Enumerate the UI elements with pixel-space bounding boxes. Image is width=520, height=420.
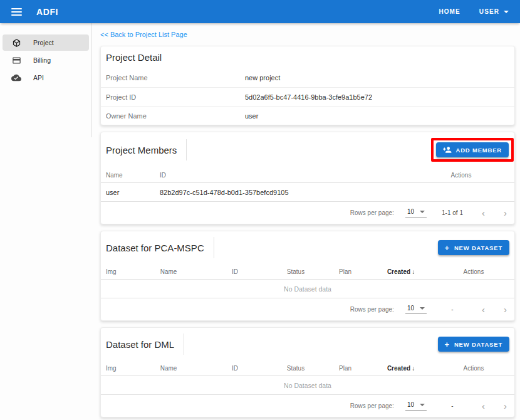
- sidebar-item-label: API: [33, 74, 44, 81]
- detail-label: Owner Name: [101, 112, 245, 120]
- card-title: Project Members: [106, 145, 177, 155]
- title-divider: [214, 237, 214, 258]
- rows-per-page-label: Rows per page:: [350, 209, 394, 216]
- project-members-header: Project Members ADD MEMBER: [101, 132, 514, 167]
- app-window: ADFI HOME USER Project Billing API: [0, 0, 520, 420]
- page-range: 1-1 of 1: [442, 209, 463, 216]
- card-title: Dataset for PCA-MSPC: [106, 243, 204, 253]
- member-row[interactable]: user 82b2d97c-c51d-478d-b0d1-357befcd910…: [101, 183, 514, 202]
- column-header-created[interactable]: Created↓: [369, 365, 433, 372]
- plus-icon: +: [445, 340, 450, 349]
- column-header-status[interactable]: Status: [270, 268, 321, 275]
- user-menu-label: USER: [479, 8, 499, 15]
- sort-desc-icon: ↓: [412, 365, 415, 372]
- sidebar-item-label: Project: [33, 39, 54, 46]
- detail-row-owner-name: Owner Name user: [101, 106, 514, 125]
- column-header-name[interactable]: Name: [137, 268, 200, 275]
- column-header-created[interactable]: Created↓: [369, 268, 433, 275]
- column-header-name[interactable]: Name: [137, 365, 200, 372]
- rows-per-page-label: Rows per page:: [350, 402, 394, 409]
- column-header-plan[interactable]: Plan: [321, 268, 369, 275]
- column-header-id[interactable]: ID: [160, 172, 408, 179]
- plus-icon: +: [445, 244, 450, 252]
- highlight-box: ADD MEMBER: [431, 138, 514, 162]
- caret-down-icon: [420, 404, 425, 406]
- project-detail-card: Project Detail Project Name new project …: [100, 46, 515, 125]
- rows-per-page-value: 10: [407, 401, 414, 408]
- next-page-button[interactable]: ›: [504, 208, 507, 218]
- title-divider: [184, 333, 184, 355]
- detail-row-project-name: Project Name new project: [101, 68, 514, 87]
- caret-down-icon: [420, 307, 425, 310]
- column-header-id[interactable]: ID: [200, 268, 270, 275]
- detail-label: Project Name: [101, 74, 245, 81]
- sidebar-item-label: Billing: [33, 56, 51, 64]
- rows-per-page-select[interactable]: 10: [405, 401, 427, 411]
- column-header-plan[interactable]: Plan: [321, 365, 369, 372]
- sidebar-divider: [91, 23, 92, 137]
- next-page-button[interactable]: ›: [504, 305, 507, 314]
- new-dataset-button[interactable]: + NEW DATASET: [438, 337, 509, 352]
- project-members-card: Project Members ADD MEMBER Name ID Actio…: [100, 132, 515, 224]
- dataset-pca-mspc-header: Dataset for PCA-MSPC + NEW DATASET: [101, 231, 514, 264]
- members-pagination: Rows per page: 10 1-1 of 1 ‹ ›: [101, 202, 514, 224]
- prev-page-button[interactable]: ‹: [482, 208, 485, 218]
- sidebar-item-project[interactable]: Project: [3, 34, 89, 51]
- detail-value: user: [245, 112, 258, 120]
- caret-down-icon: [420, 211, 425, 213]
- add-member-label: ADD MEMBER: [456, 147, 502, 154]
- column-header-img[interactable]: Img: [101, 268, 137, 275]
- page-range: -: [442, 402, 463, 409]
- column-header-actions: Actions: [433, 365, 514, 372]
- members-table-header: Name ID Actions: [101, 167, 514, 183]
- project-detail-header: Project Detail: [101, 46, 514, 68]
- detail-value: new project: [245, 74, 280, 81]
- detail-label: Project ID: [101, 93, 245, 101]
- add-member-button[interactable]: ADD MEMBER: [436, 142, 509, 157]
- rows-per-page-value: 10: [407, 208, 414, 215]
- new-dataset-label: NEW DATASET: [454, 341, 502, 348]
- sidebar-item-api[interactable]: API: [3, 70, 89, 86]
- cube-icon: [11, 38, 21, 48]
- column-header-id[interactable]: ID: [200, 365, 270, 372]
- dataset-pca-mspc-card: Dataset for PCA-MSPC + NEW DATASET Img N…: [100, 231, 515, 321]
- next-page-button[interactable]: ›: [504, 401, 507, 411]
- title-divider: [186, 139, 187, 160]
- dataset-table-header: Img Name ID Status Plan Created↓ Actions: [101, 264, 514, 280]
- detail-row-project-id: Project ID 5d02a6f5-bc47-4416-9bba-3cfe9…: [101, 87, 514, 106]
- dataset-pagination: Rows per page: 10 - ‹ ›: [101, 298, 514, 320]
- rows-per-page-label: Rows per page:: [350, 306, 394, 313]
- prev-page-button[interactable]: ‹: [482, 305, 485, 314]
- menu-icon[interactable]: [11, 8, 22, 16]
- home-button[interactable]: HOME: [439, 8, 460, 15]
- detail-value: 5d02a6f5-bc47-4416-9bba-3cfe9a1b5e72: [245, 93, 372, 101]
- column-header-actions: Actions: [408, 172, 514, 179]
- new-dataset-button[interactable]: + NEW DATASET: [438, 240, 509, 255]
- app-title: ADFI: [36, 7, 58, 17]
- sort-desc-icon: ↓: [412, 268, 415, 275]
- column-header-status[interactable]: Status: [270, 365, 321, 372]
- column-header-img[interactable]: Img: [101, 365, 137, 372]
- sidebar-item-billing[interactable]: Billing: [3, 52, 89, 68]
- rows-per-page-select[interactable]: 10: [405, 305, 427, 314]
- member-id: 82b2d97c-c51d-478d-b0d1-357befcd9105: [160, 189, 408, 196]
- main-content: << Back to Project List Page Project Det…: [100, 23, 515, 417]
- dataset-dml-header: Dataset for DML + NEW DATASET: [101, 328, 514, 360]
- empty-state-text: No Dataset data: [101, 280, 514, 298]
- card-title: Dataset for DML: [106, 339, 174, 350]
- page-range: -: [442, 306, 463, 313]
- caret-down-icon: [504, 11, 509, 13]
- created-label: Created: [387, 365, 410, 372]
- prev-page-button[interactable]: ‹: [482, 401, 485, 411]
- cloud-check-icon: [11, 73, 21, 83]
- person-add-icon: [443, 145, 452, 154]
- back-link[interactable]: << Back to Project List Page: [100, 31, 187, 38]
- rows-per-page-select[interactable]: 10: [405, 208, 427, 218]
- dataset-pagination: Rows per page: 10 - ‹ ›: [101, 395, 514, 417]
- column-header-name[interactable]: Name: [101, 172, 160, 179]
- user-menu-button[interactable]: USER: [479, 8, 509, 15]
- dataset-dml-card: Dataset for DML + NEW DATASET Img Name I…: [100, 327, 515, 417]
- member-name: user: [101, 189, 160, 196]
- card-title: Project Detail: [106, 52, 162, 63]
- rows-per-page-value: 10: [407, 305, 414, 312]
